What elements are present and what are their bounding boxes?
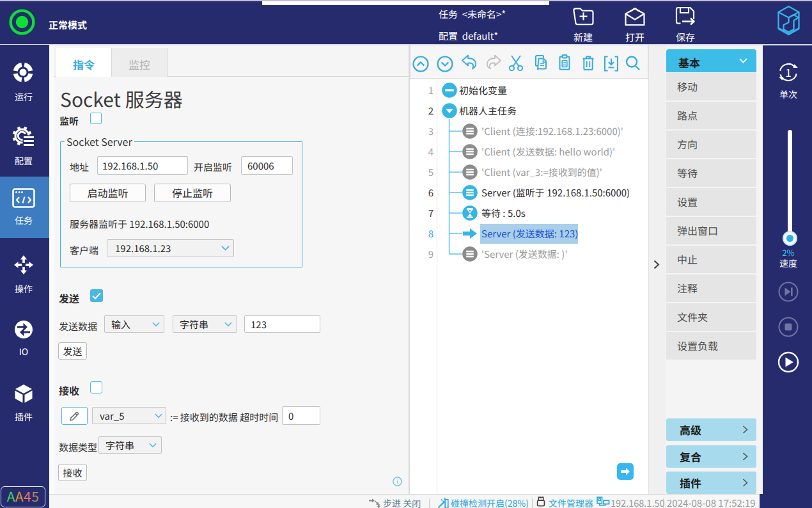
svg-text:i: i [396,477,398,486]
svg-text:1: 1 [785,64,791,80]
